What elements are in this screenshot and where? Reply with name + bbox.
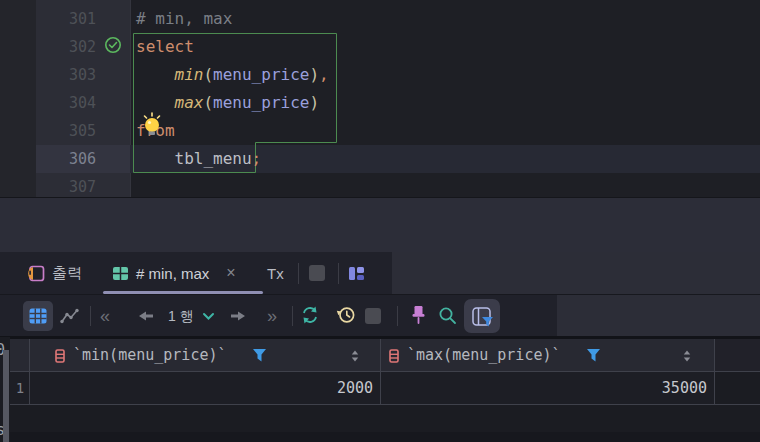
- tab-output-label: 출력: [52, 264, 82, 283]
- code-line-306[interactable]: tbl_menu;: [136, 145, 261, 173]
- semicolon: ;: [252, 149, 262, 168]
- column-icon: [389, 349, 399, 363]
- code-line-303[interactable]: min(menu_price),: [136, 61, 329, 89]
- table-view-button[interactable]: [23, 301, 53, 331]
- next-page-icon[interactable]: [230, 310, 246, 322]
- separator: [298, 263, 299, 284]
- sql-function: min: [175, 65, 204, 84]
- row-number[interactable]: 1: [10, 372, 30, 405]
- tab-tx[interactable]: Tx: [267, 252, 284, 294]
- header-filler: [715, 339, 760, 372]
- code-line-301[interactable]: # min, max: [136, 5, 232, 33]
- table-view-icon: [29, 308, 47, 324]
- tab-result-min-max[interactable]: # min, max ×: [112, 252, 236, 294]
- last-page-button[interactable]: »: [267, 303, 277, 329]
- grid-line: [380, 339, 381, 405]
- refresh-icon[interactable]: [300, 305, 320, 325]
- sql-keyword: select: [136, 37, 194, 56]
- line-number: 303: [36, 61, 96, 89]
- previous-page-icon[interactable]: [138, 310, 154, 322]
- line-number: 304: [36, 89, 96, 117]
- line-number-current: 306: [36, 145, 96, 173]
- page-select-chevron-icon[interactable]: [202, 312, 215, 321]
- separator: [90, 306, 91, 326]
- sort-arrows-icon[interactable]: [351, 350, 359, 362]
- tab-output[interactable]: 출력: [26, 252, 82, 294]
- results-toolbar: « 1 행 »: [0, 295, 760, 337]
- code-line-302[interactable]: select: [136, 33, 194, 61]
- table-grid-icon: [112, 266, 129, 281]
- paren: (: [203, 65, 213, 84]
- pin-icon[interactable]: [410, 305, 427, 326]
- tab-close-icon[interactable]: ×: [226, 264, 235, 282]
- paren: ): [309, 93, 319, 112]
- line-number: 305: [36, 117, 96, 145]
- column-name: `max(menu_price)`: [407, 339, 561, 372]
- first-page-button[interactable]: «: [100, 303, 110, 329]
- indent: [136, 93, 175, 112]
- grid-bottom-strip: [10, 432, 760, 442]
- column-header-max[interactable]: `max(menu_price)`: [381, 339, 715, 372]
- search-icon[interactable]: [438, 306, 457, 325]
- cell-min-value[interactable]: 2000: [30, 372, 381, 405]
- row-indicator[interactable]: 1 행: [168, 308, 194, 324]
- history-icon[interactable]: [336, 305, 356, 325]
- separator: [338, 263, 339, 284]
- sql-editor[interactable]: 301 302 303 304 305 306 307 # min, max s…: [0, 0, 760, 197]
- column-icon: [55, 349, 65, 363]
- execution-success-icon[interactable]: [104, 36, 122, 54]
- console-output-icon: [26, 265, 45, 282]
- comma: ,: [319, 65, 329, 84]
- inactive-stop-icon[interactable]: [309, 265, 325, 281]
- row-filler: [715, 372, 760, 405]
- vertical-scrollbar[interactable]: [3, 350, 9, 442]
- sql-function: max: [175, 93, 204, 112]
- datagrip-window: 301 302 303 304 305 306 307 # min, max s…: [0, 0, 760, 442]
- sort-arrows-icon[interactable]: [683, 350, 691, 362]
- line-number: 301: [36, 5, 96, 33]
- filter-funnel-icon[interactable]: [586, 348, 601, 363]
- sql-table-name: tbl_menu: [175, 149, 252, 168]
- results-data-grid: 0 s `min(menu_price)`: [0, 337, 760, 442]
- sql-column: menu_price: [213, 93, 309, 112]
- filter-funnel-icon[interactable]: [252, 348, 267, 363]
- column-name: `min(menu_price)`: [73, 339, 227, 372]
- stop-icon[interactable]: [365, 308, 381, 324]
- active-tab-underline: [103, 291, 263, 294]
- separator: [397, 306, 398, 326]
- results-tab-bar: 출력 # min, max × Tx: [0, 252, 760, 295]
- tab-result-label: # min, max: [136, 265, 209, 282]
- row-number-header: [10, 339, 30, 372]
- sql-column: menu_price: [213, 65, 309, 84]
- chart-view-icon[interactable]: [60, 307, 80, 325]
- tab-tx-label: Tx: [267, 265, 284, 282]
- separator: [292, 306, 293, 326]
- indent: [136, 149, 175, 168]
- panel-splitter-band[interactable]: [0, 197, 760, 252]
- layout-view-icon[interactable]: [348, 265, 365, 282]
- indent: [136, 65, 175, 84]
- grid-line: [714, 339, 715, 405]
- grid-line: [10, 371, 760, 372]
- line-number: 302: [36, 33, 96, 61]
- filter-panel-icon: [471, 305, 494, 328]
- paren: ): [309, 65, 319, 84]
- column-header-min[interactable]: `min(menu_price)`: [30, 339, 381, 372]
- editor-left-strip: [0, 0, 36, 197]
- filter-panel-button[interactable]: [464, 299, 500, 333]
- cell-max-value[interactable]: 35000: [381, 372, 715, 405]
- paren: (: [203, 93, 213, 112]
- grid-line: [29, 339, 30, 405]
- sql-comment: # min, max: [136, 9, 232, 28]
- intention-lightbulb-icon[interactable]: [139, 112, 165, 138]
